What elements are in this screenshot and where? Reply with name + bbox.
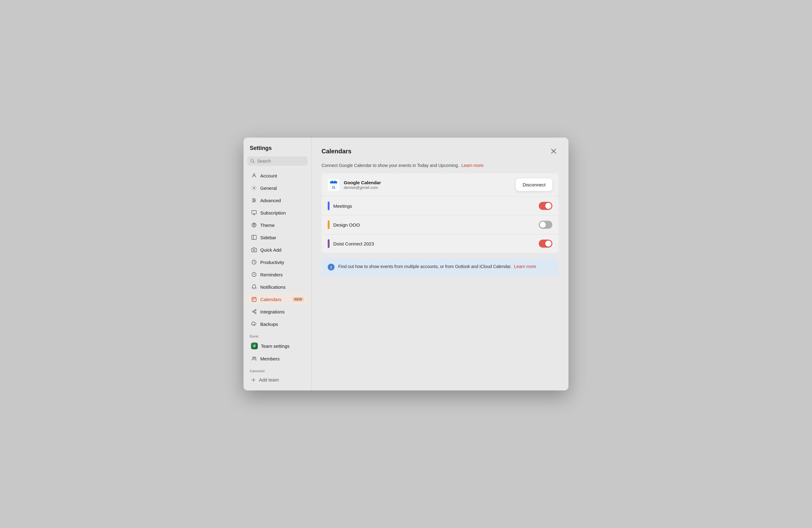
calendar-icon bbox=[251, 296, 257, 302]
disconnect-button[interactable]: Disconnect bbox=[516, 178, 552, 191]
gcal-info: Google Calendar denise@gmail.com bbox=[344, 180, 511, 190]
calendar-color-meetings bbox=[328, 201, 330, 210]
sidebar-item-account-label: Account bbox=[260, 173, 304, 178]
svg-point-31 bbox=[255, 312, 256, 314]
gcal-name: Google Calendar bbox=[344, 180, 511, 185]
close-button[interactable] bbox=[549, 146, 559, 156]
sidebar-item-add-team[interactable]: Add team bbox=[246, 374, 309, 385]
list-item: Doist Connect 2023 bbox=[321, 234, 559, 253]
svg-point-9 bbox=[253, 201, 254, 202]
sidebar-item-notifications-label: Notifications bbox=[260, 284, 304, 290]
clock-icon bbox=[251, 271, 257, 277]
svg-rect-28 bbox=[253, 300, 253, 300]
svg-point-7 bbox=[253, 198, 254, 199]
sidebar-item-calendars-label: Calendars bbox=[260, 297, 289, 302]
main-content: Calendars Connect Google Calendar to sho… bbox=[311, 138, 568, 390]
sidebar-item-general-label: General bbox=[260, 185, 304, 191]
svg-point-35 bbox=[255, 357, 256, 359]
svg-text:31: 31 bbox=[332, 186, 335, 189]
section-canoeist: Canoeist bbox=[244, 365, 311, 374]
svg-rect-43 bbox=[330, 182, 337, 183]
svg-rect-44 bbox=[332, 180, 333, 182]
connect-info-text: Connect Google Calendar to show your eve… bbox=[321, 163, 559, 168]
sidebar-item-sidebar-label: Sidebar bbox=[260, 235, 304, 240]
svg-line-1 bbox=[253, 162, 255, 163]
search-box[interactable] bbox=[247, 156, 308, 166]
sidebar-item-sidebar[interactable]: Sidebar bbox=[246, 231, 309, 243]
toggle-slider-meetings bbox=[539, 202, 552, 210]
connect-learn-more-link[interactable]: Learn more bbox=[461, 163, 484, 168]
svg-line-33 bbox=[254, 312, 255, 313]
sidebar-item-team-settings[interactable]: d Team settings bbox=[246, 340, 309, 352]
sidebar-item-reminders-label: Reminders bbox=[260, 272, 304, 277]
info-banner: i Find out how to show events from multi… bbox=[321, 258, 559, 275]
sidebar-item-quickadd[interactable]: Quick Add bbox=[246, 244, 309, 256]
sidebar-item-advanced-label: Advanced bbox=[260, 198, 304, 203]
sidebar-item-advanced[interactable]: Advanced bbox=[246, 194, 309, 206]
sidebar-item-notifications[interactable]: Notifications bbox=[246, 281, 309, 293]
svg-point-29 bbox=[252, 311, 254, 313]
sidebar-item-subscription[interactable]: Subscription bbox=[246, 207, 309, 218]
svg-point-30 bbox=[255, 310, 256, 311]
sidebar-title: Settings bbox=[244, 145, 311, 156]
members-icon bbox=[251, 356, 257, 362]
gcal-email: denise@gmail.com bbox=[344, 185, 511, 190]
svg-rect-24 bbox=[252, 297, 256, 302]
svg-point-17 bbox=[255, 225, 255, 226]
calendar-color-design-ooo bbox=[328, 221, 330, 229]
calendar-name-design-ooo: Design OOO bbox=[333, 222, 535, 227]
list-item: Design OOO bbox=[321, 215, 559, 234]
svg-point-8 bbox=[255, 200, 255, 201]
team-avatar: d bbox=[251, 343, 258, 349]
bell-icon bbox=[251, 284, 257, 290]
sidebar-item-account[interactable]: Account bbox=[246, 170, 309, 181]
sidebar-item-calendars[interactable]: Calendars NEW bbox=[246, 293, 309, 305]
svg-point-15 bbox=[255, 224, 255, 225]
google-calendar-icon: 31 bbox=[328, 179, 339, 191]
svg-rect-19 bbox=[252, 235, 257, 240]
svg-rect-10 bbox=[252, 211, 257, 214]
calendar-name-doist-connect: Doist Connect 2023 bbox=[333, 241, 535, 246]
chart-icon bbox=[251, 259, 257, 265]
toggle-meetings[interactable] bbox=[539, 202, 552, 210]
calendar-name-meetings: Meetings bbox=[333, 203, 535, 209]
info-learn-more-link[interactable]: Learn more bbox=[514, 264, 536, 269]
sidebar-item-backups-label: Backups bbox=[260, 321, 304, 327]
sidebar-item-reminders[interactable]: Reminders bbox=[246, 269, 309, 281]
svg-line-32 bbox=[254, 311, 255, 312]
sidebar-item-backups[interactable]: Backups bbox=[246, 318, 309, 330]
info-text: Find out how to show events from multipl… bbox=[338, 263, 536, 270]
settings-modal: Settings Account bbox=[244, 138, 568, 390]
sidebar-item-quickadd-label: Quick Add bbox=[260, 247, 304, 253]
sidebar-item-productivity[interactable]: Productivity bbox=[246, 256, 309, 268]
toggle-slider-doist-connect bbox=[539, 240, 552, 247]
svg-point-21 bbox=[253, 249, 255, 251]
svg-point-18 bbox=[254, 224, 255, 224]
sidebar-item-theme[interactable]: Theme bbox=[246, 219, 309, 231]
svg-point-16 bbox=[253, 225, 254, 226]
cloud-icon bbox=[251, 321, 257, 327]
sidebar-item-subscription-label: Subscription bbox=[260, 210, 304, 215]
plus-icon bbox=[251, 377, 256, 382]
camera-icon bbox=[251, 247, 257, 253]
info-icon: i bbox=[328, 264, 334, 271]
google-calendar-card: 31 Google Calendar denise@gmail.com Disc… bbox=[321, 174, 559, 196]
main-header: Calendars bbox=[321, 146, 559, 156]
calendar-list: Meetings Design OOO Doist Connect 2023 bbox=[321, 197, 559, 253]
section-doist: Doist bbox=[244, 330, 311, 340]
new-badge: NEW bbox=[292, 297, 304, 302]
sidebar: Settings Account bbox=[244, 138, 311, 390]
sidebar-item-integrations[interactable]: Integrations bbox=[246, 306, 309, 317]
toggle-design-ooo[interactable] bbox=[539, 221, 552, 229]
svg-rect-45 bbox=[334, 180, 335, 182]
svg-point-14 bbox=[253, 224, 254, 225]
page-title: Calendars bbox=[321, 148, 351, 155]
toggle-doist-connect[interactable] bbox=[539, 240, 552, 247]
sidebar-item-general[interactable]: General bbox=[246, 182, 309, 194]
integrations-icon bbox=[251, 308, 257, 315]
search-input[interactable] bbox=[257, 159, 304, 164]
gear-icon bbox=[251, 185, 257, 191]
search-icon bbox=[250, 159, 255, 163]
sidebar-icon bbox=[251, 234, 257, 241]
sidebar-item-members[interactable]: Members bbox=[246, 353, 309, 364]
